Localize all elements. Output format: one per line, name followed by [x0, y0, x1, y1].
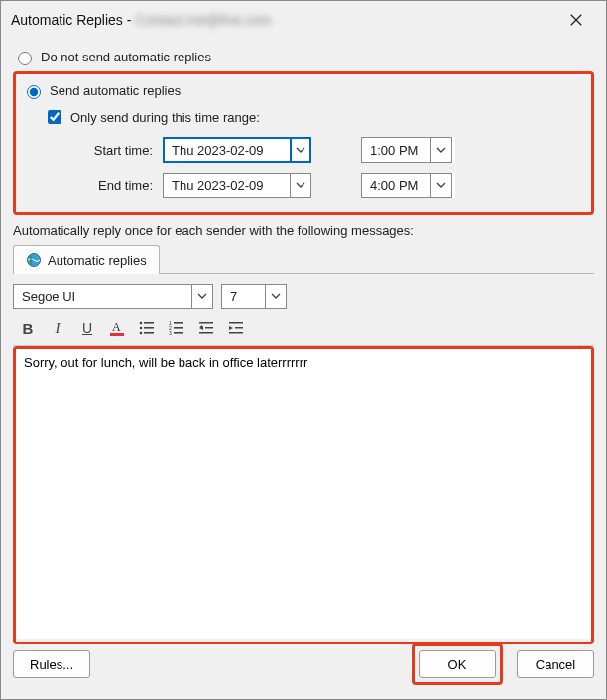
svg-rect-22 [229, 322, 243, 324]
bullet-list-icon [138, 319, 156, 337]
start-time-value[interactable]: 1:00 PM [361, 137, 430, 163]
svg-rect-24 [235, 327, 243, 329]
globe-icon [26, 252, 42, 268]
cancel-button[interactable]: Cancel [517, 650, 594, 678]
chevron-down-icon [197, 292, 207, 301]
font-name-dropdown[interactable] [191, 284, 213, 309]
ok-button-highlight: OK [412, 643, 503, 685]
automatic-replies-dialog: Automatic Replies - Contact.me@live.com … [0, 0, 607, 700]
radio-dont-send[interactable] [18, 52, 32, 65]
chevron-down-icon [296, 180, 305, 190]
svg-rect-14 [174, 327, 183, 329]
checkbox-only-during-row[interactable]: Only send during this time range: [22, 103, 585, 137]
end-time-value[interactable]: 4:00 PM [361, 173, 430, 198]
close-button[interactable] [556, 5, 596, 35]
start-date-combo[interactable]: Thu 2023-02-09 [163, 137, 311, 163]
chevron-down-icon [296, 145, 305, 155]
radio-send[interactable] [27, 85, 41, 99]
radio-send-row[interactable]: Send automatic replies [22, 78, 585, 103]
font-size-value[interactable]: 7 [221, 284, 265, 309]
close-icon [569, 13, 583, 27]
font-name-select[interactable]: Segoe UI [13, 284, 213, 309]
svg-rect-16 [174, 332, 183, 334]
time-range-highlight: Send automatic replies Only send during … [13, 71, 594, 215]
svg-text:A: A [112, 320, 121, 334]
end-time-dropdown[interactable] [430, 173, 452, 198]
radio-dont-send-row[interactable]: Do not send automatic replies [13, 45, 594, 69]
svg-marker-23 [229, 326, 233, 330]
numbered-list-button[interactable]: 123 [166, 317, 187, 339]
end-date-value[interactable]: Thu 2023-02-09 [163, 173, 290, 198]
svg-rect-12 [174, 322, 183, 324]
checkbox-only-during-label: Only send during this time range: [70, 110, 260, 125]
rules-button[interactable]: Rules... [13, 650, 90, 678]
reply-message-editor[interactable] [16, 349, 591, 639]
svg-point-7 [140, 327, 143, 330]
start-time-combo[interactable]: 1:00 PM [361, 137, 455, 163]
editor-toolbar: Segoe UI 7 B I U A [13, 274, 594, 346]
svg-text:3: 3 [169, 330, 172, 336]
font-size-dropdown[interactable] [265, 284, 287, 309]
svg-point-9 [140, 332, 143, 335]
end-date-dropdown[interactable] [290, 173, 311, 198]
end-time-combo[interactable]: 4:00 PM [361, 173, 455, 198]
editor-highlight [13, 346, 594, 644]
start-date-value[interactable]: Thu 2023-02-09 [163, 137, 290, 163]
outdent-icon [197, 319, 215, 337]
radio-send-label: Send automatic replies [50, 83, 181, 98]
end-date-combo[interactable]: Thu 2023-02-09 [163, 173, 311, 198]
chevron-down-icon [436, 145, 446, 155]
indent-button[interactable] [225, 317, 247, 339]
dialog-title: Automatic Replies - [11, 12, 131, 28]
svg-rect-6 [144, 322, 154, 324]
svg-rect-4 [110, 333, 124, 336]
start-time-label: Start time: [44, 143, 163, 158]
dialog-title-email: Contact.me@live.com [135, 12, 271, 28]
svg-point-5 [140, 322, 143, 325]
italic-button[interactable]: I [47, 317, 68, 339]
svg-rect-10 [144, 332, 154, 334]
chevron-down-icon [436, 180, 446, 190]
outdent-button[interactable] [195, 317, 217, 339]
indent-icon [227, 319, 245, 337]
bullet-list-button[interactable] [136, 317, 158, 339]
underline-button[interactable]: U [76, 317, 98, 339]
bold-button[interactable]: B [17, 317, 39, 339]
font-color-icon: A [108, 319, 126, 337]
start-date-dropdown[interactable] [290, 137, 311, 163]
checkbox-only-during[interactable] [48, 110, 61, 124]
tab-automatic-replies-label: Automatic replies [48, 253, 147, 268]
radio-dont-send-label: Do not send automatic replies [41, 50, 211, 64]
ok-button[interactable]: OK [419, 650, 496, 678]
tab-automatic-replies[interactable]: Automatic replies [13, 245, 160, 274]
dialog-footer: Rules... OK Cancel [13, 643, 594, 685]
svg-rect-25 [229, 332, 243, 334]
svg-rect-17 [199, 322, 213, 324]
svg-rect-8 [144, 327, 154, 329]
svg-rect-20 [205, 327, 213, 329]
start-time-dropdown[interactable] [430, 137, 452, 163]
svg-rect-21 [199, 332, 213, 334]
font-name-value[interactable]: Segoe UI [13, 284, 191, 309]
tab-row: Automatic replies [13, 244, 594, 274]
numbered-list-icon: 123 [168, 319, 185, 337]
end-time-label: End time: [44, 178, 163, 193]
chevron-down-icon [271, 292, 281, 301]
titlebar: Automatic Replies - Contact.me@live.com [1, 1, 606, 39]
section-auto-reply-label: Automatically reply once for each sender… [13, 223, 594, 238]
font-size-select[interactable]: 7 [221, 284, 287, 309]
font-color-button[interactable]: A [106, 317, 128, 339]
